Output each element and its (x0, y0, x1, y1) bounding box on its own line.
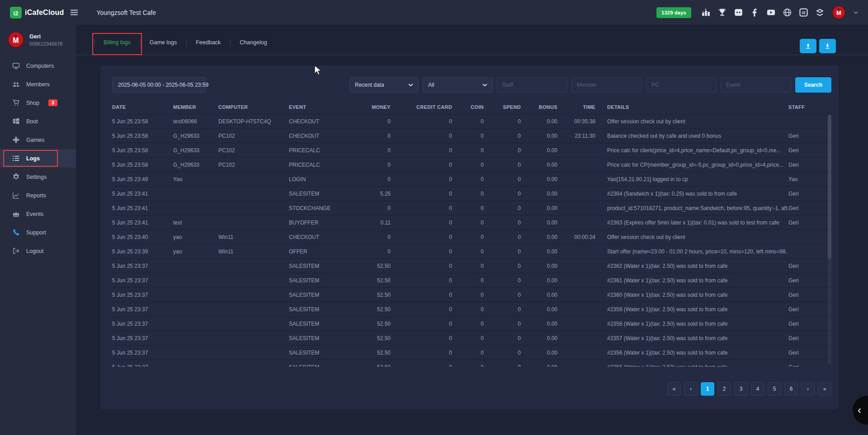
cell-bonus: 0.00 (521, 205, 557, 211)
page-button-6[interactable]: 6 (784, 382, 798, 396)
globe-icon[interactable] (783, 8, 792, 17)
event-input[interactable] (721, 77, 791, 93)
member-input[interactable] (571, 77, 642, 93)
icafecloud-icon[interactable]: i2 (799, 8, 808, 17)
trophy-icon[interactable] (718, 8, 726, 17)
user-avatar[interactable]: M (832, 5, 846, 19)
download-button[interactable] (819, 39, 836, 53)
sidebar-item-members[interactable]: Members (0, 75, 76, 94)
svg-text:M: M (13, 37, 19, 44)
cell-member: test (173, 220, 218, 226)
tab-billing-logs[interactable]: Billing logs (94, 39, 140, 55)
cell-spend: 0 (484, 147, 521, 154)
edge-panel-toggle[interactable]: ‹ (853, 396, 868, 425)
staff-input[interactable] (497, 77, 567, 93)
recent-data-select[interactable]: Recent data (349, 77, 419, 93)
cell-credit-card: 0 (391, 364, 452, 367)
tab-feedback[interactable]: Feedback (186, 39, 230, 55)
days-badge[interactable]: 1329 days (656, 7, 691, 18)
event-type-select[interactable]: All (423, 77, 493, 93)
page-button-2[interactable]: 2 (717, 382, 731, 396)
cell-coin: 0 (452, 263, 484, 269)
cafe-title: Youngzsoft Test Cafe (96, 9, 156, 16)
upload-button[interactable] (800, 39, 816, 53)
youngzsoft-icon[interactable] (816, 8, 824, 17)
chevron-left-icon: ‹ (858, 404, 861, 416)
cell-computer: PC102 (218, 133, 289, 139)
cell-event: CHECKOUT (289, 133, 354, 139)
cell-event: CHECKOUT (289, 234, 354, 240)
table-row: 5 Jun 25 23:58 test06066 DESKTOP-H7STC4Q… (112, 114, 831, 128)
table-row: 5 Jun 25 23:37 SALESITEM 52.50 0 0 0 0.0… (112, 258, 831, 273)
cell-date: 5 Jun 25 23:58 (112, 147, 173, 154)
page-button-3[interactable]: 3 (734, 382, 748, 396)
cell-credit-card: 0 (391, 220, 452, 226)
cell-date: 5 Jun 25 23:39 (112, 248, 173, 255)
cell-event: SALESITEM (289, 277, 354, 284)
sidebar-item-settings[interactable]: Settings (0, 168, 76, 186)
cell-bonus: 0.00 (521, 364, 557, 367)
cell-credit-card: 0 (391, 118, 452, 125)
page-button-next[interactable]: › (801, 382, 815, 396)
sidebar-item-boot[interactable]: Boot (0, 112, 76, 131)
cell-money: 0 (354, 205, 391, 211)
sidebar-item-reports[interactable]: Reports (0, 186, 76, 205)
cell-credit-card: 0 (391, 321, 452, 327)
sidebar-item-logout[interactable]: Logout (0, 242, 76, 260)
icafecloud-logo-icon: i2 (10, 7, 22, 19)
cell-spend: 0 (484, 248, 521, 255)
page-button-5[interactable]: 5 (768, 382, 781, 396)
table-scrollbar[interactable] (828, 115, 831, 364)
date-range-input[interactable]: 2025-06-05 00:00 - 2025-06-05 23:59 (112, 77, 206, 93)
sidebar-item-computers[interactable]: Computers (0, 56, 76, 75)
cell-credit-card: 0 (391, 248, 452, 255)
page-button-4[interactable]: 4 (751, 382, 764, 396)
search-button[interactable]: Search (795, 77, 831, 93)
col-staff: STAFF (788, 104, 831, 110)
cell-date: 5 Jun 25 23:58 (112, 162, 173, 168)
cell-event: STOCKCHANGE (289, 205, 354, 211)
col-credit-card: CREDIT CARD (391, 104, 452, 110)
ranking-icon[interactable] (702, 8, 710, 17)
cell-date: 5 Jun 25 23:41 (112, 205, 173, 211)
sidebar-item-events[interactable]: Events (0, 205, 76, 223)
chevron-down-icon[interactable] (854, 11, 858, 14)
sidebar-item-support[interactable]: Support (0, 223, 76, 242)
hamburger-menu-icon[interactable] (70, 9, 78, 15)
cell-date: 5 Jun 25 23:58 (112, 133, 173, 139)
tab-changelog[interactable]: Changelog (230, 39, 276, 55)
facebook-icon[interactable] (750, 8, 759, 17)
discord-icon[interactable] (734, 8, 743, 17)
table-row: 5 Jun 25 23:37 SALESITEM 52.50 0 0 0 0.0… (112, 345, 831, 360)
page-button-last[interactable]: » (818, 382, 831, 396)
cell-credit-card: 0 (391, 263, 452, 269)
youtube-icon[interactable] (767, 8, 775, 17)
table-row: 5 Jun 25 23:58 G_H29633 PC102 PRICECALC … (112, 157, 831, 172)
cell-details: #2355 (Water x 1)(tax: 2.50) was sold to… (595, 364, 788, 367)
sidebar-item-shop[interactable]: Shop 3 (0, 94, 76, 112)
cell-credit-card: 0 (391, 277, 452, 284)
user-avatar: M (7, 31, 24, 48)
cell-coin: 0 (452, 147, 484, 154)
page-button-1[interactable]: 1 (701, 382, 714, 396)
col-time: TIME (557, 104, 595, 110)
svg-text:i2: i2 (802, 10, 806, 15)
table-row: 5 Jun 25 23:39 yao Win11 OFFER 0 0 0 0 0… (112, 244, 831, 258)
cell-spend: 0 (484, 335, 521, 341)
cell-bonus: 0.00 (521, 191, 557, 197)
cell-credit-card: 0 (391, 306, 452, 313)
table-scrollbar-thumb[interactable] (828, 115, 831, 259)
page-button-prev[interactable]: ‹ (684, 382, 698, 396)
cell-bonus: 0.00 (521, 277, 557, 284)
cell-coin: 0 (452, 248, 484, 255)
svg-text:M: M (836, 9, 841, 16)
cell-bonus: 0.00 (521, 220, 557, 226)
tab-game-logs[interactable]: Game logs (140, 39, 186, 55)
cell-date: 5 Jun 25 23:40 (112, 234, 173, 240)
page-button-first[interactable]: « (667, 382, 681, 396)
sidebar-item-games[interactable]: Games (0, 131, 76, 149)
cell-event: SALESITEM (289, 335, 354, 341)
sidebar-item-logs[interactable]: Logs (0, 149, 76, 168)
pc-input[interactable] (646, 77, 717, 93)
col-computer: COMPUTER (218, 104, 289, 110)
